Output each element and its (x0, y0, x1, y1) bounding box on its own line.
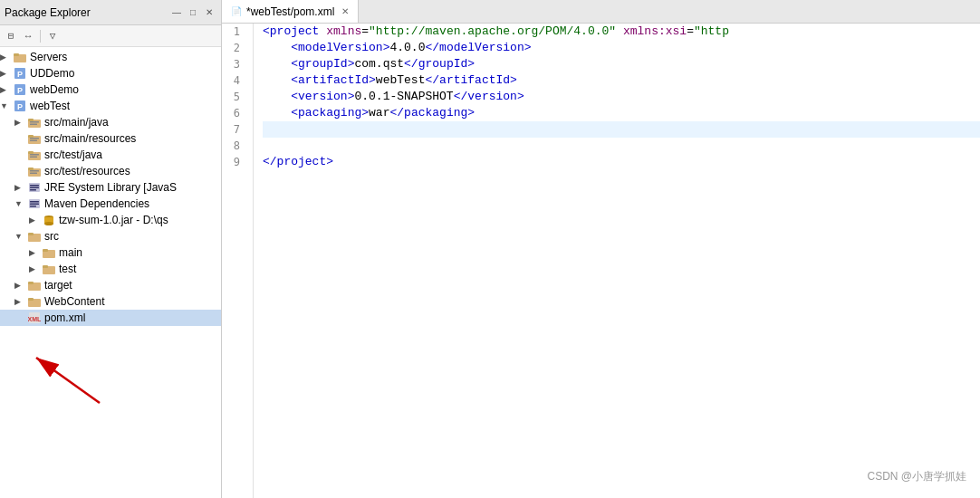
tree-item-tzw-jar[interactable]: ▶tzw-sum-1.0.jar - D:\qs (0, 212, 221, 228)
svg-rect-9 (28, 119, 34, 121)
line-number-9: 9 (226, 154, 245, 170)
svg-rect-11 (30, 124, 37, 126)
tree-arrow-servers[interactable]: ▶ (0, 53, 13, 62)
tree-icon-library (27, 180, 42, 195)
editor-tab-pom-xml[interactable]: 📄 *webTest/pom.xml ✕ (222, 0, 359, 23)
line-number-5: 5 (226, 89, 245, 105)
tree-label-webtest: webTest (30, 100, 70, 112)
tree-arrow-jre[interactable]: ▶ (14, 183, 27, 192)
svg-text:XML: XML (28, 316, 41, 322)
tree-icon-folder (27, 229, 42, 244)
tree-label-webdemo: webDemo (30, 83, 79, 96)
tree-label-pom-xml: pom.xml (44, 311, 85, 324)
code-area[interactable]: <project xmlns="http://maven.apache.org/… (254, 24, 980, 498)
tree-item-src-main-java[interactable]: ▶src/main/java (0, 114, 221, 130)
tree-arrow-webcontent[interactable]: ▶ (14, 297, 27, 306)
tree-item-test[interactable]: ▶test (0, 261, 221, 277)
line-number-6: 6 (226, 105, 245, 121)
tree-item-uddemo[interactable]: ▶PUDDemo (0, 65, 221, 81)
tree-arrow-src-main-java[interactable]: ▶ (14, 118, 27, 127)
tree-item-pom-xml[interactable]: XMLpom.xml (0, 310, 221, 326)
tree-arrow-pom-xml[interactable] (14, 313, 27, 322)
tree-arrow-uddemo[interactable]: ▶ (0, 69, 13, 78)
editor-content: 123456789 <project xmlns="http://maven.a… (222, 24, 980, 498)
view-menu-icon[interactable]: ▽ (45, 29, 60, 43)
minimize-button[interactable]: — (169, 5, 184, 20)
tree-item-src-test-resources[interactable]: src/test/resources (0, 163, 221, 179)
code-line-1: <project xmlns="http://maven.apache.org/… (263, 24, 980, 40)
svg-rect-19 (30, 157, 37, 158)
tree-arrow-main[interactable]: ▶ (29, 248, 42, 257)
tree-item-webcontent[interactable]: ▶WebContent (0, 293, 221, 310)
tree-icon-folder (42, 245, 56, 260)
collapse-all-icon[interactable]: ⊟ (4, 29, 18, 43)
svg-rect-25 (30, 185, 39, 187)
tree-arrow-src-test-java[interactable] (14, 150, 27, 159)
line-number-8: 8 (226, 138, 245, 154)
tree-icon-folder (27, 294, 42, 309)
tree-label-servers: Servers (30, 51, 67, 63)
panel-toolbar: ⊟ ↔ ▽ (0, 25, 221, 47)
tree-label-main: main (59, 246, 82, 259)
code-line-9: </project> (263, 154, 980, 170)
tree-item-jre[interactable]: ▶JRE System Library [JavaS (0, 179, 221, 196)
tree-item-src-main-resources[interactable]: src/main/resources (0, 130, 221, 147)
tree-label-jre: JRE System Library [JavaS (44, 181, 177, 194)
tree-arrow-src-test-resources[interactable] (14, 167, 27, 176)
tree-arrow-target[interactable]: ▶ (14, 281, 27, 290)
tree-label-maven-deps: Maven Dependencies (44, 197, 149, 210)
toolbar-separator (40, 30, 41, 43)
tree-arrow-webtest[interactable]: ▼ (0, 101, 13, 110)
line-number-7: 7 (226, 121, 245, 138)
tree-item-main[interactable]: ▶main (0, 244, 221, 261)
code-line-2: <modelVersion>4.0.0</modelVersion> (263, 40, 980, 56)
tree-label-src-main-resources: src/main/resources (44, 132, 136, 145)
tree-item-webdemo[interactable]: ▶PwebDemo (0, 81, 221, 98)
tree-arrow-test[interactable]: ▶ (29, 264, 42, 273)
tree-icon-xml: XML (27, 311, 42, 325)
close-button[interactable]: ✕ (202, 5, 216, 20)
svg-text:P: P (17, 86, 23, 95)
tree-icon-src (27, 148, 42, 162)
line-number-3: 3 (226, 56, 245, 72)
svg-rect-31 (30, 206, 36, 207)
editor-tab-bar: 📄 *webTest/pom.xml ✕ (222, 0, 980, 24)
svg-rect-42 (28, 282, 34, 284)
link-editor-icon[interactable]: ↔ (21, 29, 35, 43)
tree-item-webtest[interactable]: ▼PwebTest (0, 98, 221, 114)
panel-controls: — □ ✕ (169, 5, 216, 20)
tree-arrow-webdemo[interactable]: ▶ (0, 85, 13, 94)
svg-rect-21 (28, 168, 34, 170)
code-line-8 (263, 138, 980, 154)
svg-rect-36 (28, 233, 34, 235)
tree-label-uddemo: UDDemo (30, 67, 74, 80)
svg-rect-27 (30, 189, 36, 191)
tree-label-src-main-java: src/main/java (44, 116, 109, 129)
tree-label-tzw-jar: tzw-sum-1.0.jar - D:\qs (59, 214, 168, 226)
tree-arrow-src-main-resources[interactable] (14, 134, 27, 143)
svg-rect-23 (30, 173, 37, 175)
code-line-7 (263, 121, 980, 138)
tree-label-src-test-java: src/test/java (44, 148, 102, 161)
svg-rect-22 (30, 170, 39, 172)
line-number-4: 4 (226, 72, 245, 89)
svg-rect-15 (30, 140, 37, 142)
tab-close-icon[interactable]: ✕ (341, 6, 349, 16)
code-line-6: <packaging>war</packaging> (263, 105, 980, 121)
maximize-button[interactable]: □ (186, 5, 200, 20)
tree-icon-jar (42, 213, 56, 227)
tree-arrow-tzw-jar[interactable]: ▶ (29, 215, 42, 225)
svg-rect-10 (30, 121, 39, 123)
code-line-4: <artifactId>webTest</artifactId> (263, 72, 980, 89)
tree-item-servers[interactable]: ▶Servers (0, 49, 221, 65)
tree-item-maven-deps[interactable]: ▼Maven Dependencies (0, 196, 221, 212)
tree-arrow-src[interactable]: ▼ (14, 232, 27, 241)
tree-item-target[interactable]: ▶target (0, 277, 221, 293)
tree-arrow-maven-deps[interactable]: ▼ (14, 199, 27, 208)
svg-rect-40 (43, 265, 48, 268)
svg-rect-18 (30, 154, 39, 156)
tree-icon-project: P (13, 66, 27, 81)
tree-item-src-test-java[interactable]: src/test/java (0, 147, 221, 163)
tree-item-src[interactable]: ▼src (0, 228, 221, 244)
tree-label-src: src (44, 230, 59, 243)
